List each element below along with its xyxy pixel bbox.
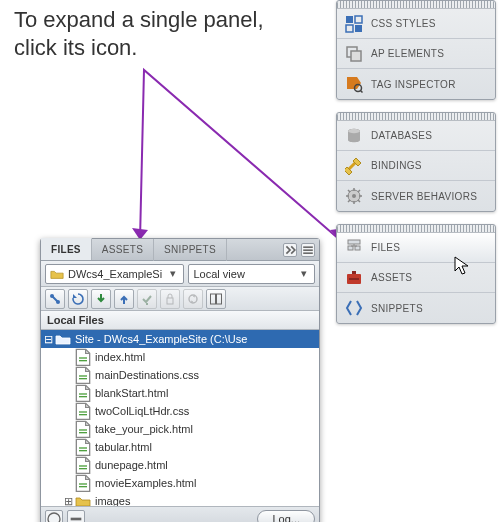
- put-button[interactable]: [114, 289, 134, 309]
- svg-rect-45: [71, 517, 82, 520]
- svg-rect-24: [167, 298, 173, 304]
- dock-item-bindings[interactable]: BINDINGS: [337, 151, 495, 181]
- file-row[interactable]: index.html: [41, 348, 319, 366]
- chevron-down-icon: ▾: [167, 267, 179, 280]
- folder-row[interactable]: ⊞images: [41, 492, 319, 506]
- file-row[interactable]: mainDestinations.css: [41, 366, 319, 384]
- tab-files[interactable]: FILES: [41, 238, 92, 260]
- dock-item-ap-elements[interactable]: AP ELEMENTS: [337, 39, 495, 69]
- status-tool-button-2[interactable]: [67, 510, 85, 523]
- status-bar: Log...: [41, 506, 319, 522]
- file-html-icon: [75, 350, 91, 364]
- dock-item-databases[interactable]: DATABASES: [337, 121, 495, 151]
- panel-dock: CSS STYLESAP ELEMENTSTAG INSPECTORDATABA…: [336, 0, 496, 336]
- panel-menu-button[interactable]: [301, 243, 315, 257]
- dock-item-css-styles[interactable]: CSS STYLES: [337, 9, 495, 39]
- svg-rect-4: [346, 25, 353, 32]
- tab-snippets[interactable]: SNIPPETS: [154, 239, 227, 261]
- svg-rect-21: [303, 252, 313, 254]
- list-header[interactable]: Local Files: [41, 311, 319, 330]
- row-label: movieExamples.html: [95, 477, 196, 489]
- svg-rect-41: [79, 468, 87, 469]
- svg-rect-17: [352, 271, 356, 274]
- dock-item-files[interactable]: FILES: [337, 233, 495, 263]
- collapse-to-icons-button[interactable]: [283, 243, 297, 257]
- instruction-caption: To expand a single panel, click its icon…: [14, 6, 274, 62]
- file-row[interactable]: take_your_pick.html: [41, 420, 319, 438]
- file-tree[interactable]: ⊟Site - DWcs4_ExampleSite (C:\Useindex.h…: [41, 330, 319, 506]
- checkout-button: [137, 289, 157, 309]
- site-folder-icon: [55, 332, 71, 346]
- row-label: blankStart.html: [95, 387, 168, 399]
- svg-rect-38: [79, 447, 87, 448]
- files-panel: FILESASSETSSNIPPETS DWcs4_ExampleSi ▾ Lo…: [40, 238, 320, 522]
- svg-rect-18: [349, 278, 359, 280]
- row-label: mainDestinations.css: [95, 369, 199, 381]
- site-toolbar: DWcs4_ExampleSi ▾ Local view ▾: [41, 261, 319, 287]
- file-html-icon: [75, 422, 91, 436]
- sync-button: [183, 289, 203, 309]
- file-row[interactable]: twoColLiqLtHdr.css: [41, 402, 319, 420]
- dock-item-label: FILES: [371, 242, 400, 253]
- svg-rect-27: [217, 294, 222, 304]
- svg-rect-13: [348, 240, 360, 244]
- ap-elements-icon: [345, 45, 363, 63]
- tree-twisty[interactable]: ⊞: [61, 495, 75, 507]
- site-dropdown[interactable]: DWcs4_ExampleSi ▾: [45, 264, 184, 284]
- svg-rect-5: [355, 25, 362, 32]
- tab-assets[interactable]: ASSETS: [92, 239, 154, 261]
- file-css-icon: [75, 368, 91, 382]
- row-label: Site - DWcs4_ExampleSite (C:\Use: [75, 333, 247, 345]
- status-tool-button[interactable]: [45, 510, 63, 523]
- connect-button[interactable]: [45, 289, 65, 309]
- bindings-icon: [345, 157, 363, 175]
- file-row[interactable]: blankStart.html: [41, 384, 319, 402]
- svg-rect-32: [79, 393, 87, 394]
- file-row[interactable]: tabular.html: [41, 438, 319, 456]
- panel-tab-strip: FILESASSETSSNIPPETS: [41, 239, 319, 261]
- chevron-down-icon: ▾: [298, 267, 310, 280]
- svg-rect-28: [79, 357, 87, 358]
- refresh-button[interactable]: [68, 289, 88, 309]
- view-dropdown-label: Local view: [193, 268, 298, 280]
- view-dropdown[interactable]: Local view ▾: [188, 264, 315, 284]
- row-label: index.html: [95, 351, 145, 363]
- callout-arrow: [44, 66, 354, 246]
- site-row[interactable]: ⊟Site - DWcs4_ExampleSite (C:\Use: [41, 330, 319, 348]
- dock-item-snippets[interactable]: SNIPPETS: [337, 293, 495, 323]
- svg-rect-30: [79, 375, 87, 376]
- dock-item-label: CSS STYLES: [371, 18, 436, 29]
- dock-item-tag-inspector[interactable]: TAG INSPECTOR: [337, 69, 495, 99]
- svg-rect-2: [346, 16, 353, 23]
- svg-rect-40: [79, 465, 87, 466]
- expand-button[interactable]: [206, 289, 226, 309]
- svg-point-12: [352, 194, 356, 198]
- folder-icon: [50, 268, 64, 280]
- dock-item-assets[interactable]: ASSETS: [337, 263, 495, 293]
- dock-item-label: TAG INSPECTOR: [371, 79, 456, 90]
- file-row[interactable]: dunepage.html: [41, 456, 319, 474]
- log-button[interactable]: Log...: [257, 510, 315, 523]
- files-icon: [345, 239, 363, 257]
- row-label: tabular.html: [95, 441, 152, 453]
- svg-rect-31: [79, 378, 87, 379]
- svg-rect-42: [79, 483, 87, 484]
- row-label: twoColLiqLtHdr.css: [95, 405, 189, 417]
- server-behaviors-icon: [345, 187, 363, 205]
- svg-rect-14: [348, 246, 353, 250]
- dock-item-server-behaviors[interactable]: SERVER BEHAVIORS: [337, 181, 495, 211]
- file-toolbar: [41, 287, 319, 311]
- svg-rect-15: [355, 246, 360, 250]
- dock-item-label: AP ELEMENTS: [371, 48, 444, 59]
- tree-twisty[interactable]: ⊟: [41, 333, 55, 346]
- row-label: take_your_pick.html: [95, 423, 193, 435]
- checkin-button: [160, 289, 180, 309]
- svg-point-22: [50, 294, 54, 298]
- file-row[interactable]: movieExamples.html: [41, 474, 319, 492]
- svg-point-44: [48, 513, 60, 523]
- site-dropdown-label: DWcs4_ExampleSi: [68, 268, 167, 280]
- get-button[interactable]: [91, 289, 111, 309]
- svg-rect-37: [79, 432, 87, 433]
- dock-item-label: ASSETS: [371, 272, 412, 283]
- databases-icon: [345, 127, 363, 145]
